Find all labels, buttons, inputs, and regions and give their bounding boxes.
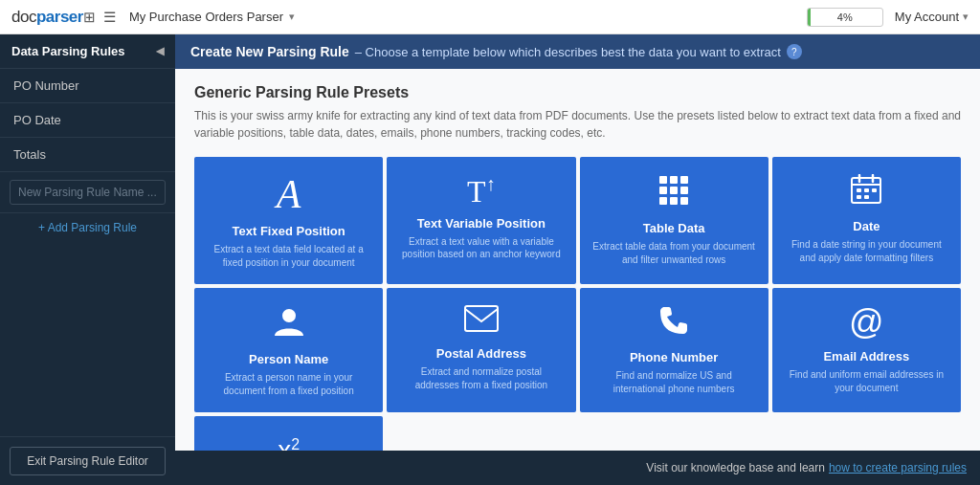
sidebar-item-po-date[interactable]: PO Date: [0, 103, 175, 138]
logo: docparser: [11, 8, 83, 27]
sidebar-item-totals[interactable]: Totals: [0, 138, 175, 172]
card-text-variable[interactable]: T↑ Text Variable Position Extract a text…: [387, 157, 575, 284]
svg-rect-7: [670, 197, 678, 205]
card-postal-address[interactable]: Postal Address Extract and normalize pos…: [387, 288, 575, 412]
card-date[interactable]: Date Find a date string in your document…: [772, 157, 961, 284]
card-date-desc: Find a date string in your document and …: [784, 238, 949, 264]
card-text-variable-desc: Extract a text value with a variable pos…: [398, 235, 564, 261]
content-subtitle: – Choose a template below which describe…: [355, 45, 781, 59]
help-icon[interactable]: ?: [787, 44, 802, 59]
card-postal-address-title: Postal Address: [436, 346, 526, 361]
status-bar: Visit our knowledge base and learn how t…: [175, 451, 980, 485]
svg-rect-13: [857, 188, 861, 192]
card-person-name-desc: Extract a person name in your document f…: [206, 371, 371, 397]
card-person-name-title: Person Name: [249, 352, 328, 366]
card-text-fixed-title: Text Fixed Position: [233, 224, 345, 238]
svg-rect-4: [670, 187, 678, 194]
card-postal-address-desc: Extract and normalize postal addresses f…: [398, 365, 564, 391]
card-person-name[interactable]: Person Name Extract a person name in you…: [194, 288, 383, 412]
sidebar-header: Data Parsing Rules ◀: [0, 34, 175, 69]
nav-icons: ⊞ ☰: [83, 9, 116, 26]
phone-number-icon: [658, 305, 689, 341]
top-nav: docparser ⊞ ☰ My Purchase Orders Parser …: [0, 0, 980, 34]
my-account-label: My Account: [895, 10, 959, 24]
svg-rect-15: [872, 188, 877, 192]
svg-point-18: [282, 309, 296, 322]
section-desc: This is your swiss army knife for extrac…: [194, 107, 961, 142]
person-name-icon: [273, 305, 305, 342]
card-date-title: Date: [853, 219, 880, 233]
svg-rect-14: [864, 188, 869, 192]
parser-selector[interactable]: My Purchase Orders Parser ▾: [129, 10, 295, 24]
my-account-button[interactable]: My Account ▾: [895, 10, 969, 24]
svg-rect-2: [680, 176, 688, 184]
status-link[interactable]: how to create parsing rules: [829, 461, 967, 474]
progress-bar: 4%: [807, 8, 883, 27]
date-icon: [851, 174, 881, 209]
svg-rect-19: [465, 306, 498, 331]
svg-rect-17: [864, 195, 869, 199]
card-text-fixed[interactable]: A Text Fixed Position Extract a text dat…: [194, 157, 383, 284]
add-rule-button[interactable]: + Add Parsing Rule: [0, 213, 175, 242]
email-address-icon: @: [849, 305, 884, 340]
card-email-address-title: Email Address: [823, 349, 909, 364]
parser-dropdown-arrow[interactable]: ▾: [289, 11, 295, 23]
content-body: Generic Parsing Rule Presets This is you…: [175, 69, 980, 451]
text-variable-icon: T↑: [467, 174, 496, 207]
svg-rect-1: [670, 176, 678, 184]
sidebar-collapse-arrow[interactable]: ◀: [156, 45, 164, 57]
content-title: Create New Parsing Rule: [190, 44, 349, 59]
cards-row-3: x2: [194, 416, 961, 451]
new-rule-input[interactable]: [10, 180, 166, 205]
card-table-data-title: Table Data: [643, 221, 705, 235]
new-rule-input-wrap: [0, 172, 175, 213]
card-email-address[interactable]: @ Email Address Find and uniform email a…: [772, 288, 961, 412]
card-table-data-desc: Extract table data from your document an…: [591, 240, 757, 266]
regex-icon: x2: [278, 437, 300, 451]
menu-icon[interactable]: ☰: [103, 9, 116, 26]
section-title: Generic Parsing Rule Presets: [194, 84, 961, 101]
postal-address-icon: [464, 305, 499, 337]
sidebar-item-po-number[interactable]: PO Number: [0, 69, 175, 103]
card-email-address-desc: Find and uniform email addresses in your…: [784, 368, 949, 394]
parser-name: My Purchase Orders Parser: [129, 10, 283, 24]
svg-rect-0: [659, 176, 667, 184]
sidebar-footer: Exit Parsing Rule Editor: [0, 436, 175, 485]
card-phone-number[interactable]: Phone Number Find and normalize US and i…: [580, 288, 768, 412]
text-fixed-icon: A: [277, 174, 301, 214]
svg-rect-5: [680, 187, 688, 194]
card-phone-number-title: Phone Number: [630, 350, 718, 364]
progress-label: 4%: [808, 9, 882, 26]
card-regex[interactable]: x2: [194, 416, 383, 451]
svg-rect-3: [659, 187, 667, 194]
svg-rect-6: [659, 197, 667, 205]
nav-right: 4% My Account ▾: [807, 8, 969, 27]
table-data-icon: [657, 174, 690, 211]
svg-rect-8: [680, 197, 688, 205]
sidebar-title: Data Parsing Rules: [11, 44, 125, 58]
card-text-variable-title: Text Variable Position: [417, 216, 546, 231]
exit-button[interactable]: Exit Parsing Rule Editor: [10, 447, 166, 475]
grid-icon[interactable]: ⊞: [83, 9, 96, 26]
card-table-data[interactable]: Table Data Extract table data from your …: [580, 157, 768, 284]
my-account-arrow: ▾: [963, 11, 969, 23]
card-phone-number-desc: Find and normalize US and international …: [591, 369, 757, 395]
cards-row-1: A Text Fixed Position Extract a text dat…: [194, 157, 961, 284]
content-area: Create New Parsing Rule – Choose a templ…: [175, 34, 980, 485]
status-text: Visit our knowledge base and learn: [646, 461, 825, 474]
content-header: Create New Parsing Rule – Choose a templ…: [175, 34, 980, 69]
svg-rect-16: [857, 195, 861, 199]
main-layout: Data Parsing Rules ◀ PO Number PO Date T…: [0, 34, 980, 485]
card-text-fixed-desc: Extract a text data field located at a f…: [206, 243, 371, 269]
sidebar: Data Parsing Rules ◀ PO Number PO Date T…: [0, 34, 175, 485]
cards-row-2: Person Name Extract a person name in you…: [194, 288, 961, 412]
